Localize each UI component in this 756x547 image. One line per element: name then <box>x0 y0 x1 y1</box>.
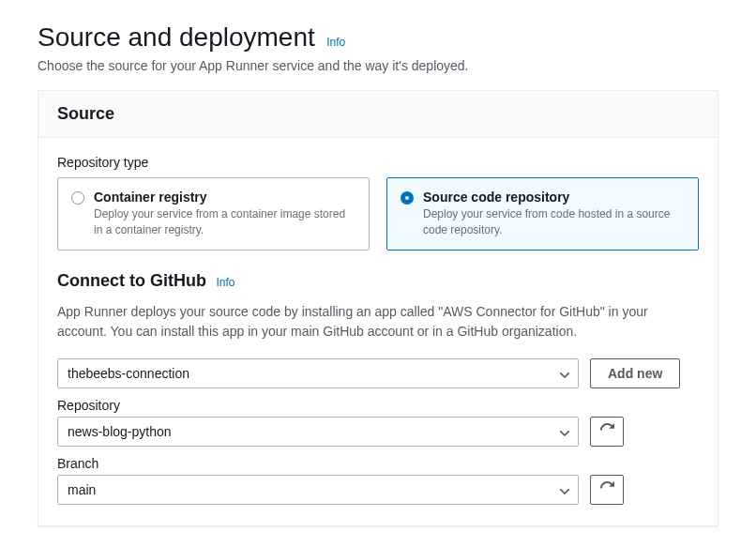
radio-title-container: Container registry <box>94 190 355 205</box>
branch-label: Branch <box>57 456 699 471</box>
radio-icon-selected <box>401 191 414 205</box>
page-title: Source and deployment <box>38 23 315 53</box>
branch-value: main <box>68 482 96 497</box>
info-link-page[interactable]: Info <box>326 36 345 49</box>
connection-select[interactable]: thebeebs-connection <box>57 358 579 388</box>
radio-title-source: Source code repository <box>423 190 685 205</box>
connection-value: thebeebs-connection <box>68 366 189 381</box>
refresh-repository-button[interactable] <box>590 417 624 447</box>
repository-value: news-blog-python <box>68 424 172 439</box>
radio-container-registry[interactable]: Container registry Deploy your service f… <box>57 177 370 251</box>
repository-label: Repository <box>57 398 699 413</box>
connect-github-title: Connect to GitHub <box>57 271 206 291</box>
radio-icon <box>71 191 84 205</box>
radio-desc-container: Deploy your service from a container ima… <box>94 206 355 238</box>
refresh-branch-button[interactable] <box>590 475 624 505</box>
add-new-button[interactable]: Add new <box>590 358 680 388</box>
refresh-icon <box>600 481 614 498</box>
repository-select[interactable]: news-blog-python <box>57 417 579 447</box>
repository-type-label: Repository type <box>57 155 699 170</box>
info-link-github[interactable]: Info <box>216 276 234 289</box>
page-description: Choose the source for your App Runner se… <box>38 58 718 73</box>
radio-desc-source: Deploy your service from code hosted in … <box>423 206 685 238</box>
refresh-icon <box>600 423 614 440</box>
source-panel-title: Source <box>57 104 699 124</box>
connect-github-description: App Runner deploys your source code by i… <box>57 302 699 342</box>
source-panel: Source Repository type Container registr… <box>38 90 718 526</box>
branch-select[interactable]: main <box>57 475 579 505</box>
radio-source-code-repository[interactable]: Source code repository Deploy your servi… <box>386 177 699 251</box>
